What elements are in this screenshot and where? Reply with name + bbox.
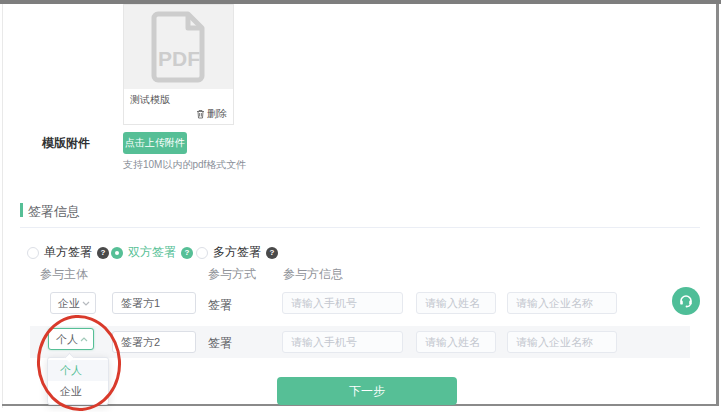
- page: PDF 测试模版 删除 模版附件 点击上传附件 支持10M以内的pdf格式文件 …: [0, 0, 721, 412]
- mode-text-row2: 签署: [208, 335, 232, 352]
- file-thumbnail: PDF: [124, 5, 233, 89]
- phone-input-row2[interactable]: [282, 331, 403, 353]
- mode-text-row1: 签署: [208, 297, 232, 314]
- radio-multi-party[interactable]: 多方签署 ?: [196, 244, 278, 261]
- customer-service-button[interactable]: [672, 287, 700, 315]
- section-divider: [20, 227, 700, 228]
- radio-label: 双方签署: [128, 244, 176, 261]
- dropdown-option-enterprise[interactable]: 企业: [48, 381, 108, 402]
- company-input-row1[interactable]: [507, 292, 617, 314]
- phone-input-row1[interactable]: [282, 292, 403, 314]
- radio-single-party[interactable]: 单方签署 ?: [27, 244, 109, 261]
- subject-select-row2[interactable]: 个人: [48, 328, 94, 350]
- window-right-border: [716, 4, 719, 406]
- dropdown-option-personal[interactable]: 个人: [48, 360, 108, 381]
- file-meta: 测试模版 删除: [124, 89, 233, 124]
- upload-attachment-button[interactable]: 点击上传附件: [123, 132, 187, 154]
- radio-circle: [27, 247, 39, 259]
- subject-select-value: 企业: [58, 296, 80, 311]
- section-title: 签署信息: [28, 203, 80, 221]
- company-input-row2[interactable]: [507, 331, 617, 353]
- svg-text:PDF: PDF: [158, 47, 200, 70]
- help-icon[interactable]: ?: [266, 247, 278, 259]
- radio-label: 多方签署: [213, 244, 261, 261]
- delete-label: 删除: [207, 107, 227, 121]
- section-accent-bar: [20, 203, 23, 217]
- subject-dropdown-menu: 个人 企业: [47, 357, 109, 405]
- column-header-subject: 参与主体: [40, 266, 88, 283]
- name-input-row1[interactable]: [416, 292, 496, 314]
- party-name-input-row1[interactable]: [112, 292, 196, 314]
- chevron-down-icon: [82, 301, 90, 306]
- uploaded-file-card: PDF 测试模版 删除: [123, 4, 234, 125]
- delete-file-button[interactable]: 删除: [196, 107, 227, 121]
- radio-circle: [196, 247, 208, 259]
- trash-icon: [196, 109, 205, 119]
- pdf-file-icon: PDF: [150, 11, 208, 83]
- attachment-field-label: 模版附件: [42, 135, 90, 152]
- upload-hint: 支持10M以内的pdf格式文件: [123, 158, 246, 172]
- radio-label: 单方签署: [44, 244, 92, 261]
- file-name: 测试模版: [130, 93, 227, 107]
- name-input-row2[interactable]: [416, 331, 496, 353]
- column-header-info: 参与方信息: [283, 266, 343, 283]
- window-left-border: [2, 4, 3, 408]
- help-icon[interactable]: ?: [97, 247, 109, 259]
- radio-two-party[interactable]: 双方签署 ?: [111, 244, 193, 261]
- next-step-button[interactable]: 下一步: [277, 377, 457, 405]
- party-name-input-row2[interactable]: [112, 331, 196, 353]
- subject-select-row1[interactable]: 企业: [50, 292, 96, 314]
- column-header-mode: 参与方式: [208, 266, 256, 283]
- headset-icon: [678, 293, 694, 309]
- subject-select-value: 个人: [56, 332, 78, 347]
- help-icon[interactable]: ?: [181, 247, 193, 259]
- chevron-up-icon: [80, 337, 88, 342]
- window-top-bar: [0, 0, 721, 4]
- radio-circle-checked: [111, 247, 123, 259]
